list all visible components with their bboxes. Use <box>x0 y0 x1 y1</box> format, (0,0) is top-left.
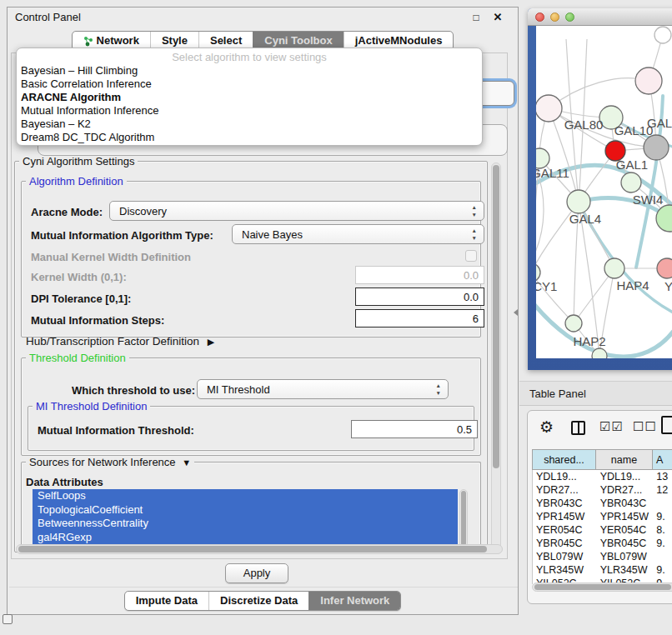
node-gal80[interactable] <box>536 95 562 122</box>
column-header-shared-name[interactable]: shared... <box>532 449 596 470</box>
close-traffic-light-icon[interactable] <box>535 12 544 22</box>
algorithm-option[interactable]: Bayesian – K2 <box>17 118 482 131</box>
table-header-row: shared... name A <box>532 449 672 470</box>
settings-vertical-scrollbar[interactable] <box>491 162 501 551</box>
dpi-tolerance-field[interactable]: 0.0 <box>355 288 484 306</box>
table-panel: ⚙ ☑☑ ☐☐ shared... name A YDL19... YDL19.… <box>527 410 672 604</box>
table-panel-titlebar: Table Panel <box>519 381 672 406</box>
manual-kernel-width-label: Manual Kernel Width Definition <box>31 251 191 263</box>
mi-algorithm-type-combobox[interactable]: Naive Bayes ▲▼ <box>232 224 484 244</box>
columns-icon[interactable] <box>571 421 585 435</box>
manual-kernel-width-checkbox[interactable] <box>465 250 477 262</box>
mi-threshold-label: Mutual Information Threshold: <box>38 424 194 437</box>
algorithm-definition-title: Algorithm Definition <box>26 175 127 188</box>
algorithm-option[interactable]: Bayesian – Hill Climbing <box>17 64 482 78</box>
dpi-tolerance-label: DPI Tolerance [0,1]: <box>31 292 131 305</box>
node-label: GAL4 <box>569 212 601 226</box>
node-label: GAL80 <box>564 118 604 132</box>
select-all-checkboxes-icon[interactable]: ☑☑ <box>599 419 624 434</box>
data-attributes-label: Data Attributes <box>26 476 103 488</box>
node-label: GAL10 <box>614 123 654 138</box>
attribute-item-selected[interactable]: BetweennessCentrality <box>33 517 458 531</box>
zoom-traffic-light-icon[interactable] <box>565 12 574 22</box>
algorithm-option[interactable]: Basic Correlation Inference <box>17 78 482 91</box>
mi-threshold-group-title: MI Threshold Definition <box>33 400 150 412</box>
algorithm-option-selected[interactable]: ARACNE Algorithm <box>17 91 482 104</box>
algorithm-option[interactable]: Dream8 DC_TDC Algorithm <box>17 131 482 144</box>
node-label: GAL11 <box>536 166 569 180</box>
threshold-definition-title: Threshold Definition <box>26 352 129 364</box>
kernel-width-field[interactable]: 0.0 <box>355 266 484 284</box>
table-row[interactable]: YBR045C YBR045C 9. <box>533 537 672 550</box>
node-partial-bottom[interactable] <box>592 348 607 358</box>
node-table: shared... name A YDL19... YDL19... 13 YD… <box>532 449 672 584</box>
hub-section-header[interactable]: Hub/Transcription Factor Definition ▶ <box>26 335 214 348</box>
node-gal-partial[interactable] <box>635 68 662 94</box>
attribute-item-selected[interactable]: TopologicalCoefficient <box>33 503 458 518</box>
mi-steps-field[interactable]: 6 <box>355 309 484 328</box>
table-row[interactable]: YBR043C YBR043C <box>533 497 672 510</box>
column-header-partial[interactable]: A <box>653 449 672 470</box>
apply-button[interactable]: Apply <box>225 563 288 583</box>
expand-triangle-icon: ▼ <box>182 458 191 468</box>
gear-icon[interactable]: ⚙ <box>539 418 554 437</box>
network-window-titlebar[interactable] <box>528 8 672 26</box>
table-row[interactable]: YER054C YER054C 8. <box>533 523 672 537</box>
table-horizontal-scrollbar[interactable] <box>532 582 672 592</box>
attribute-item-selected[interactable]: gal4RGexp <box>33 531 458 545</box>
close-icon[interactable]: ✕ <box>489 8 506 28</box>
control-panel-title: Control Panel <box>15 11 81 23</box>
mi-threshold-field[interactable]: 0.5 <box>351 420 478 438</box>
aracne-mode-label: Aracne Mode: <box>31 206 103 218</box>
table-row[interactable]: YDL19... YDL19... 13 <box>533 470 672 483</box>
node-label: HAP2 <box>573 334 605 348</box>
attribute-item-selected[interactable]: SelfLoops <box>33 489 458 503</box>
node-hap2[interactable] <box>565 315 582 332</box>
which-threshold-combobox[interactable]: MI Threshold ▲▼ <box>197 379 449 399</box>
algorithm-dropdown-list: Select algorithm to view settings Bayesi… <box>16 48 483 146</box>
settings-horizontal-scrollbar[interactable] <box>16 544 503 554</box>
node-salmon[interactable] <box>657 258 672 278</box>
stepper-arrows-icon: ▲▼ <box>472 227 477 242</box>
table-row[interactable]: YDR27... YDR27... 12 <box>533 483 672 497</box>
sources-group-title[interactable]: Sources for Network Inference ▼ <box>26 456 194 468</box>
node-hap4[interactable] <box>604 258 624 278</box>
bottom-tab-bar: Impute Data Discretize Data Infer Networ… <box>8 591 518 611</box>
node-label: HAP4 <box>616 278 649 292</box>
which-threshold-label: Which threshold to use: <box>72 384 195 397</box>
table-row[interactable]: YLR345W YLR345W 9. <box>533 563 672 577</box>
tab-infer-network[interactable]: Infer Network <box>308 592 400 610</box>
network-window: GAL GAL80 GAL10 GAL1 GAL11 SWI4 GAL4 GCY… <box>528 8 672 370</box>
network-icon <box>83 36 93 47</box>
stepper-arrows-icon: ▲▼ <box>472 203 477 218</box>
attribute-list-scrollbar[interactable] <box>459 489 468 548</box>
deselect-all-checkboxes-icon[interactable]: ☐☐ <box>633 419 657 434</box>
node-gray[interactable] <box>644 135 669 160</box>
collapse-triangle-icon: ▶ <box>208 337 214 347</box>
table-panel-title: Table Panel <box>529 388 586 400</box>
table-row[interactable]: YBL079W YBL079W <box>533 550 672 563</box>
control-panel-window: Control Panel □ ✕ Network Style Select C… <box>7 7 519 615</box>
column-header-name[interactable]: name <box>596 449 653 470</box>
network-canvas[interactable]: GAL GAL80 GAL10 GAL1 GAL11 SWI4 GAL4 GCY… <box>536 26 672 358</box>
float-window-icon[interactable]: □ <box>468 8 484 28</box>
node-gal4[interactable] <box>567 190 590 213</box>
export-table-icon[interactable] <box>661 416 672 434</box>
mi-algorithm-type-label: Mutual Information Algorithm Type: <box>31 229 213 242</box>
minimize-traffic-light-icon[interactable] <box>550 12 559 22</box>
footer-divider <box>9 587 518 588</box>
table-row[interactable]: YPR145W YPR145W 9. <box>533 510 672 523</box>
dock-panel-mini-icon[interactable] <box>3 614 13 624</box>
panel-splitter-handle[interactable] <box>514 309 518 316</box>
kernel-width-label: Kernel Width (0,1): <box>31 271 127 283</box>
node-swi4[interactable] <box>621 172 641 192</box>
node-label: GAL1 <box>616 158 648 172</box>
tab-impute-data[interactable]: Impute Data <box>125 592 208 610</box>
aracne-mode-combobox[interactable]: Discovery ▲▼ <box>109 201 484 221</box>
algorithm-option[interactable]: Mutual Information Inference <box>17 104 482 118</box>
node-partial-top[interactable] <box>654 27 671 43</box>
dropdown-placeholder: Select algorithm to view settings <box>17 50 482 64</box>
tab-discretize-data[interactable]: Discretize Data <box>208 592 308 610</box>
node-label: SWI4 <box>633 192 664 207</box>
stepper-arrows-icon: ▲▼ <box>436 382 441 397</box>
